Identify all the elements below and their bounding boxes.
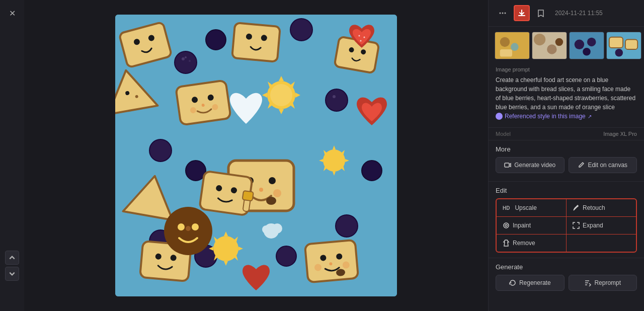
- svg-point-95: [505, 13, 506, 14]
- svg-point-106: [587, 38, 596, 46]
- model-label: Model: [496, 131, 511, 137]
- svg-rect-110: [625, 40, 637, 49]
- svg-point-13: [182, 57, 185, 60]
- thumbnail-1[interactable]: [495, 32, 530, 59]
- timestamp: 2024-11-21 11:55: [555, 10, 603, 17]
- thumbnail-3[interactable]: [569, 32, 604, 59]
- svg-point-101: [534, 34, 545, 45]
- svg-point-24: [276, 246, 296, 266]
- svg-point-107: [583, 48, 591, 56]
- svg-point-26: [362, 161, 382, 181]
- svg-point-98: [511, 43, 519, 51]
- external-link-icon: ↗: [588, 113, 592, 120]
- expand-icon: [573, 222, 580, 229]
- svg-point-17: [290, 19, 312, 41]
- svg-point-93: [500, 13, 501, 14]
- edit-grid: HD Upscale Retouch I: [496, 198, 637, 253]
- edit-on-canvas-button[interactable]: Edit on canvas: [569, 157, 637, 173]
- svg-point-15: [185, 56, 187, 58]
- svg-point-67: [273, 189, 281, 197]
- image-prompt-label: Image prompt: [496, 66, 637, 72]
- svg-point-65: [266, 197, 276, 205]
- right-panel: 2024-11-21 11:55: [488, 0, 644, 311]
- svg-point-57: [360, 40, 362, 42]
- more-title: More: [496, 145, 637, 153]
- svg-point-12: [175, 51, 197, 73]
- svg-point-87: [186, 226, 191, 231]
- svg-point-103: [555, 38, 564, 46]
- svg-point-114: [505, 224, 507, 226]
- svg-point-16: [206, 30, 226, 50]
- retouch-label: Retouch: [583, 204, 605, 211]
- model-row: Model Image XL Pro: [489, 127, 644, 140]
- edit-section: Edit HD Upscale Retouch: [489, 181, 644, 258]
- remove-button[interactable]: Remove: [497, 235, 566, 252]
- nav-up-button[interactable]: [5, 251, 19, 265]
- more-actions-row: Generate video Edit on canvas: [496, 157, 637, 173]
- remove-icon: [503, 240, 510, 247]
- main-image: [115, 15, 397, 296]
- empty-edit-cell: [567, 235, 636, 252]
- svg-point-64: [259, 188, 263, 192]
- expand-label: Expand: [583, 222, 603, 229]
- svg-point-63: [269, 177, 276, 184]
- close-button[interactable]: ✕: [5, 6, 19, 20]
- svg-point-102: [547, 44, 556, 54]
- svg-point-25: [336, 215, 358, 237]
- inpaint-label: Inpaint: [513, 222, 531, 229]
- svg-point-94: [502, 13, 504, 14]
- thumbnails-row: [489, 27, 644, 62]
- svg-point-86: [192, 223, 199, 230]
- edit-title: Edit: [496, 187, 637, 194]
- svg-point-14: [189, 60, 191, 62]
- generate-video-button[interactable]: Generate video: [496, 157, 565, 173]
- svg-point-113: [504, 223, 509, 228]
- svg-point-111: [615, 49, 623, 57]
- referenced-style-link[interactable]: Referenced style in this image ↗: [496, 112, 592, 121]
- image-area: [24, 0, 488, 311]
- svg-rect-112: [505, 163, 509, 167]
- svg-point-20: [149, 139, 172, 162]
- expand-button[interactable]: Expand: [567, 217, 636, 234]
- remove-label: Remove: [513, 240, 535, 247]
- generate-section: Generate Regenerate Reprompt: [489, 258, 644, 299]
- svg-rect-77: [305, 240, 358, 282]
- bookmark-button[interactable]: [533, 5, 549, 21]
- model-value: Image XL Pro: [603, 131, 637, 137]
- reprompt-icon: [584, 279, 591, 286]
- svg-point-59: [272, 223, 282, 234]
- svg-point-85: [178, 223, 185, 230]
- more-section: More Generate video Edit on canvas: [489, 140, 644, 181]
- svg-point-19: [333, 95, 336, 98]
- nav-arrows: [5, 251, 19, 291]
- retouch-button[interactable]: Retouch: [567, 199, 636, 216]
- left-panel: ✕: [0, 0, 24, 311]
- svg-point-36: [270, 84, 292, 106]
- svg-rect-4: [232, 23, 280, 62]
- thumbnail-2[interactable]: [532, 32, 567, 59]
- modal-overlay: ✕: [0, 0, 644, 311]
- inpaint-icon: [503, 222, 510, 229]
- inpaint-button[interactable]: Inpaint: [497, 217, 566, 234]
- upscale-button[interactable]: HD Upscale: [497, 199, 566, 216]
- nav-down-button[interactable]: [5, 267, 19, 281]
- thumbnail-4[interactable]: [606, 32, 641, 59]
- reprompt-button[interactable]: Reprompt: [569, 275, 637, 291]
- svg-point-60: [262, 225, 270, 234]
- ref-icon: [496, 113, 503, 120]
- image-prompt-section: Image prompt Create a cheerful food art …: [489, 62, 644, 127]
- svg-point-18: [326, 89, 348, 111]
- svg-point-105: [575, 40, 584, 49]
- retouch-icon: [573, 204, 580, 211]
- regenerate-button[interactable]: Regenerate: [496, 275, 565, 291]
- svg-point-56: [364, 37, 365, 38]
- svg-point-55: [359, 35, 360, 37]
- generate-title: Generate: [496, 263, 637, 271]
- svg-rect-99: [500, 49, 512, 57]
- upscale-prefix: HD: [503, 205, 510, 211]
- generate-actions-row: Regenerate Reprompt: [496, 275, 637, 291]
- download-button[interactable]: [514, 5, 530, 21]
- prompt-text: Create a cheerful food art scene on a bl…: [496, 75, 637, 122]
- more-options-button[interactable]: [495, 5, 511, 21]
- svg-rect-109: [609, 37, 623, 48]
